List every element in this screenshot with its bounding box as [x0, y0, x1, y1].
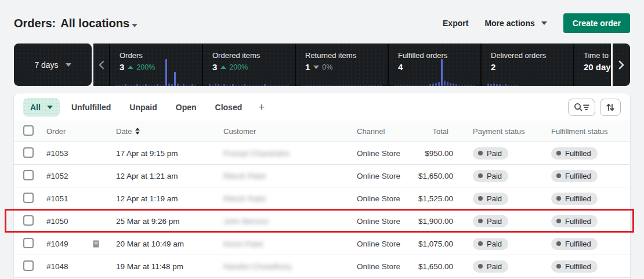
order-row[interactable]: #1052 12 Apr at 1:21 am Ritesh Patel Onl…: [14, 165, 630, 187]
date-range-label: 7 days: [34, 60, 58, 70]
payment-status-label: Paid: [487, 217, 502, 226]
stat-value: 2: [491, 62, 495, 72]
order-total: $1,900.00: [409, 217, 453, 226]
fulfillment-status-label: Fulfilled: [565, 149, 591, 158]
stat-value: 1: [305, 62, 310, 72]
sort-button[interactable]: [600, 99, 621, 116]
column-header-customer: Customer: [223, 127, 357, 136]
tabs-group: All Unfulfilled Unpaid Open Closed: [23, 98, 249, 117]
more-actions-label: More actions: [484, 19, 534, 28]
export-button[interactable]: Export: [443, 19, 468, 28]
select-all-checkbox[interactable]: [23, 125, 34, 136]
stats-scroll-right-button[interactable]: [613, 44, 630, 86]
order-customer: Prasad Chandratre: [223, 149, 290, 158]
row-checkbox[interactable]: [23, 238, 34, 248]
table-actions: [568, 99, 621, 116]
table-body: #1053 17 Apr at 9:15 pm Prasad Chandratr…: [14, 142, 630, 278]
fulfillment-status-label: Fulfilled: [565, 240, 591, 248]
order-total: $1,075.00: [409, 240, 453, 248]
stat-card[interactable]: Fulfilled orders 4: [388, 44, 480, 86]
sort-date-icon: [135, 128, 140, 135]
add-view-button[interactable]: +: [254, 99, 269, 116]
order-row[interactable]: #1049 20 Mar at 10:49 am Kevin Patel Onl…: [14, 233, 630, 255]
order-total: $1,650.00: [409, 262, 453, 271]
filter-tab-label: All: [30, 103, 41, 112]
stat-card[interactable]: Time to fulfill 20 days: [573, 44, 611, 86]
stat-value: 3: [120, 62, 124, 72]
stat-value: 3: [212, 62, 217, 72]
order-channel: Online Store: [357, 172, 409, 180]
filter-tab[interactable]: Open: [169, 98, 204, 117]
column-header-date[interactable]: Date: [116, 127, 223, 136]
stat-label: Returned items: [305, 51, 388, 60]
filter-tab-label: Unpaid: [129, 103, 157, 112]
order-customer: Kevin Patel: [223, 240, 263, 248]
order-customer: John Benson: [223, 217, 269, 226]
filter-tab[interactable]: All: [23, 98, 60, 117]
row-checkbox[interactable]: [23, 170, 34, 180]
stat-label: Ordered items: [212, 51, 295, 60]
column-header-channel: Channel: [357, 127, 409, 136]
search-filter-button[interactable]: [568, 99, 595, 116]
fulfillment-status-label: Fulfilled: [565, 217, 591, 226]
filter-tab[interactable]: Unpaid: [122, 98, 164, 117]
stat-delta: 0%: [313, 63, 332, 71]
order-number: #1053: [46, 149, 68, 158]
order-row[interactable]: #1053 17 Apr at 9:15 pm Prasad Chandratr…: [14, 142, 630, 165]
note-icon: [93, 240, 99, 248]
row-checkbox[interactable]: [23, 147, 34, 158]
order-date: 19 Mar at 11:48 pm: [116, 262, 223, 271]
order-customer: Nandini Chowdhury: [223, 262, 292, 271]
fulfillment-status-badge: Fulfilled: [551, 147, 598, 160]
stat-card[interactable]: Orders 3 200%: [109, 44, 202, 86]
fulfillment-status-badge: Fulfilled: [551, 238, 598, 250]
fulfillment-status-label: Fulfilled: [565, 172, 591, 180]
stat-value: 4: [398, 62, 403, 72]
order-channel: Online Store: [357, 217, 409, 226]
stats-scroll-left-button[interactable]: [93, 44, 109, 86]
header-actions: Export More actions Create order: [443, 13, 630, 33]
column-header-fulfillment-status: Fulfillment status: [551, 127, 630, 136]
order-number: #1048: [46, 262, 68, 271]
order-row[interactable]: #1051 12 Apr at 1:19 am Ritesh Patel Onl…: [14, 187, 630, 210]
status-dot-icon: [556, 196, 561, 201]
filter-tab[interactable]: Closed: [208, 98, 249, 117]
row-checkbox[interactable]: [23, 193, 34, 203]
stat-card[interactable]: Ordered items 3 200%: [202, 44, 295, 86]
order-row[interactable]: #1050 25 Mar at 9:26 pm John Benson Onli…: [14, 210, 630, 233]
payment-status-badge: Paid: [473, 215, 508, 227]
location-selector[interactable]: All locations: [60, 17, 138, 30]
payment-status-badge: Paid: [473, 170, 508, 182]
order-channel: Online Store: [357, 194, 409, 203]
stat-label: Time to fulfill: [584, 51, 611, 60]
order-total: $1,650.00: [409, 172, 453, 180]
payment-status-label: Paid: [487, 240, 502, 248]
date-range-selector[interactable]: 7 days: [14, 44, 92, 86]
page-header: Orders: All locations Export More action…: [14, 13, 630, 34]
orders-table-card: All Unfulfilled Unpaid Open Closed +: [14, 93, 630, 279]
stat-delta-value: 200%: [136, 63, 155, 71]
status-dot-icon: [478, 264, 483, 269]
row-checkbox[interactable]: [23, 215, 34, 226]
stat-label: Fulfilled orders: [398, 51, 480, 60]
payment-status-badge: Paid: [473, 260, 508, 273]
chevron-down-icon: [66, 63, 71, 67]
order-date: 12 Apr at 1:21 am: [116, 172, 223, 180]
more-actions-button[interactable]: More actions: [484, 19, 547, 28]
stat-card[interactable]: Delivered orders 2: [480, 44, 573, 86]
order-total: $950.00: [409, 149, 453, 158]
order-total: $1,525.00: [409, 194, 453, 203]
payment-status-badge: Paid: [473, 147, 508, 160]
chevron-down-icon: [541, 21, 547, 25]
create-order-button[interactable]: Create order: [563, 13, 630, 33]
stat-delta: 200%: [220, 63, 248, 71]
fulfillment-status-label: Fulfilled: [565, 262, 591, 271]
order-row[interactable]: #1048 19 Mar at 11:48 pm Nandini Chowdhu…: [14, 255, 630, 278]
stat-value: 20 days: [584, 62, 611, 72]
row-checkbox[interactable]: [23, 260, 34, 271]
filter-tab[interactable]: Unfulfilled: [64, 98, 118, 117]
status-dot-icon: [556, 264, 561, 269]
analytics-bar: 7 days Orders 3 200% Ordered items 3 200…: [14, 44, 630, 86]
stat-label: Delivered orders: [491, 51, 573, 60]
stat-card[interactable]: Returned items 1 0%: [295, 44, 388, 86]
